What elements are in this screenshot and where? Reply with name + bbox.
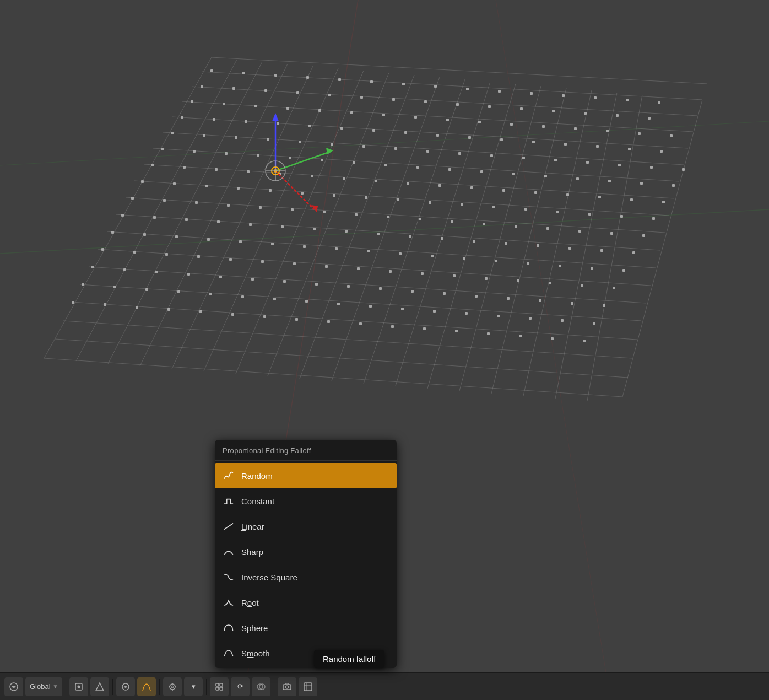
falloff-root-item[interactable]: Root <box>215 590 397 615</box>
svg-rect-172 <box>492 206 495 208</box>
svg-rect-142 <box>600 249 603 252</box>
svg-rect-87 <box>443 292 446 295</box>
svg-rect-161 <box>141 180 144 183</box>
falloff-inverse-square-item[interactable]: Inverse Square <box>215 564 397 590</box>
svg-rect-322 <box>304 683 312 691</box>
svg-rect-50 <box>327 320 330 323</box>
svg-rect-316 <box>220 687 223 690</box>
svg-line-22 <box>212 57 707 84</box>
svg-rect-279 <box>306 76 309 79</box>
sep1 <box>66 679 66 695</box>
svg-line-15 <box>144 164 674 198</box>
svg-rect-268 <box>424 100 427 103</box>
constant-label: Constant <box>241 497 274 506</box>
svg-rect-274 <box>616 114 619 117</box>
svg-rect-211 <box>672 184 675 187</box>
snap-btn[interactable] <box>163 677 182 696</box>
svg-rect-55 <box>487 332 490 335</box>
svg-rect-47 <box>231 313 234 316</box>
transform-pivot-point-btn[interactable]: ⟳ <box>231 677 250 696</box>
svg-line-39 <box>555 93 617 399</box>
falloff-sphere-item[interactable]: Sphere <box>215 615 397 640</box>
falloff-constant-item[interactable]: Constant <box>215 488 397 514</box>
svg-rect-225 <box>586 161 589 164</box>
svg-rect-217 <box>331 143 333 146</box>
falloff-random-item[interactable]: Random <box>215 463 397 488</box>
svg-line-12 <box>116 214 660 250</box>
svg-rect-218 <box>362 145 365 148</box>
svg-rect-60 <box>113 286 116 288</box>
transform-orientation-dropdown[interactable]: Global ▼ <box>25 677 62 696</box>
svg-rect-203 <box>416 166 419 169</box>
svg-rect-119 <box>399 252 402 255</box>
sep2 <box>112 679 113 695</box>
object-mode-btn[interactable] <box>69 677 88 696</box>
sep4 <box>206 679 207 695</box>
svg-rect-61 <box>145 288 148 291</box>
svg-line-9 <box>89 267 646 303</box>
svg-rect-191 <box>566 193 569 196</box>
svg-line-5 <box>55 339 628 378</box>
svg-rect-136 <box>409 235 411 238</box>
svg-rect-62 <box>177 290 180 293</box>
proportional-editing-btn[interactable] <box>116 677 135 696</box>
svg-rect-226 <box>618 164 621 166</box>
svg-rect-145 <box>163 199 166 202</box>
transform-pivot-btn[interactable] <box>210 677 229 696</box>
svg-rect-70 <box>433 310 436 313</box>
svg-point-304 <box>78 685 80 688</box>
mesh-btn[interactable] <box>90 677 109 696</box>
svg-rect-105 <box>485 277 488 280</box>
svg-rect-144 <box>131 197 134 200</box>
falloff-sharp-item[interactable]: Sharp <box>215 539 397 564</box>
svg-rect-57 <box>551 337 554 340</box>
svg-rect-278 <box>274 74 277 77</box>
svg-rect-196 <box>193 150 196 153</box>
svg-rect-204 <box>448 168 451 171</box>
svg-rect-51 <box>359 322 362 325</box>
render-btn[interactable] <box>299 677 317 696</box>
svg-rect-313 <box>216 683 219 686</box>
svg-line-10 <box>98 249 651 286</box>
svg-rect-213 <box>203 134 205 137</box>
falloff-linear-item[interactable]: Linear <box>215 514 397 539</box>
svg-rect-276 <box>210 69 213 72</box>
overlay-btn[interactable] <box>252 677 270 696</box>
svg-rect-154 <box>451 220 453 223</box>
svg-rect-146 <box>195 201 198 204</box>
svg-rect-221 <box>458 152 461 155</box>
svg-rect-262 <box>232 87 235 90</box>
svg-rect-224 <box>554 159 557 161</box>
svg-rect-103 <box>421 272 424 275</box>
svg-rect-127 <box>121 214 124 217</box>
random-icon <box>223 470 235 482</box>
svg-rect-102 <box>389 270 392 273</box>
svg-rect-67 <box>337 303 340 305</box>
svg-rect-201 <box>353 161 355 164</box>
svg-rect-89 <box>507 297 510 300</box>
svg-rect-275 <box>648 117 651 120</box>
svg-line-30 <box>268 73 389 376</box>
mode-switcher-icon[interactable] <box>4 677 23 696</box>
svg-rect-122 <box>495 260 497 262</box>
svg-rect-237 <box>436 134 439 137</box>
svg-rect-45 <box>167 308 170 311</box>
svg-rect-267 <box>392 98 395 101</box>
svg-rect-181 <box>247 170 250 173</box>
snap-settings-btn[interactable]: ▾ <box>184 677 203 696</box>
svg-rect-243 <box>628 148 631 150</box>
svg-rect-177 <box>652 217 655 220</box>
svg-line-28 <box>204 68 338 371</box>
falloff-type-btn[interactable] <box>137 677 156 696</box>
inverse-square-label: Inverse Square <box>241 573 297 582</box>
svg-rect-73 <box>529 317 532 320</box>
svg-rect-281 <box>370 80 373 83</box>
camera-btn[interactable] <box>278 677 296 696</box>
proportional-falloff-menu[interactable]: Proportional Editing Falloff Random Cons… <box>215 440 397 668</box>
svg-rect-314 <box>220 683 223 686</box>
menu-title: Proportional Editing Falloff <box>215 442 397 460</box>
svg-rect-108 <box>581 284 583 287</box>
svg-rect-159 <box>610 232 613 235</box>
svg-rect-231 <box>245 120 247 123</box>
svg-rect-175 <box>588 213 591 216</box>
